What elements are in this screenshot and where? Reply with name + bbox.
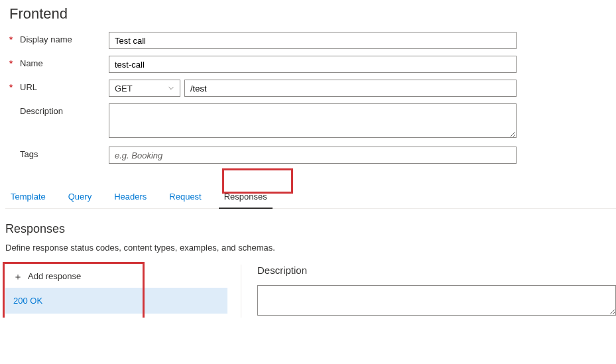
http-method-select[interactable]: GET xyxy=(109,80,180,97)
responses-title: Responses xyxy=(5,209,616,243)
responses-list: ＋ Add response 200 OK xyxy=(5,265,227,314)
page-title: Frontend xyxy=(5,0,616,32)
row-name: * Name xyxy=(9,56,616,73)
tab-headers[interactable]: Headers xyxy=(113,188,148,208)
row-url: * URL GET xyxy=(9,80,616,97)
add-response-button[interactable]: ＋ Add response xyxy=(5,265,227,288)
row-tags: Tags xyxy=(9,147,616,164)
required-asterisk: * xyxy=(9,58,20,68)
response-item-200[interactable]: 200 OK xyxy=(5,288,227,314)
display-name-input[interactable] xyxy=(109,32,517,49)
plus-icon: ＋ xyxy=(13,272,23,281)
label-url: * URL xyxy=(9,80,109,92)
label-text: Display name xyxy=(20,34,72,44)
tab-query[interactable]: Query xyxy=(67,188,93,208)
label-description: Description xyxy=(9,103,109,116)
responses-helper: Define response status codes, content ty… xyxy=(5,243,616,265)
method-value: GET xyxy=(115,84,133,93)
tab-template[interactable]: Template xyxy=(9,188,47,208)
name-input[interactable] xyxy=(109,56,517,73)
row-display-name: * Display name xyxy=(9,32,616,49)
form: * Display name * Name * URL GET xyxy=(5,32,616,164)
add-response-label: Add response xyxy=(28,271,81,281)
label-text: URL xyxy=(20,82,37,92)
label-text: Tags xyxy=(20,149,38,159)
response-detail: Description xyxy=(241,265,616,318)
responses-body: ＋ Add response 200 OK Description xyxy=(5,265,616,318)
label-display-name: * Display name xyxy=(9,32,109,44)
label-text: Description xyxy=(20,106,63,116)
tab-request[interactable]: Request xyxy=(168,188,202,208)
tabs: Template Query Headers Request Responses xyxy=(5,170,616,209)
url-path-input[interactable] xyxy=(184,80,517,97)
responses-section: Responses Define response status codes, … xyxy=(5,209,616,318)
required-asterisk: * xyxy=(9,82,20,92)
response-description-textarea[interactable] xyxy=(257,285,616,316)
tags-input[interactable] xyxy=(109,147,517,164)
row-description: Description xyxy=(9,103,616,140)
response-description-label: Description xyxy=(257,265,616,276)
description-textarea[interactable] xyxy=(109,103,517,138)
label-tags: Tags xyxy=(9,147,109,159)
chevron-down-icon xyxy=(168,85,174,91)
label-name: * Name xyxy=(9,56,109,68)
tab-responses[interactable]: Responses xyxy=(223,188,269,208)
required-asterisk: * xyxy=(9,34,20,44)
label-text: Name xyxy=(20,58,43,68)
